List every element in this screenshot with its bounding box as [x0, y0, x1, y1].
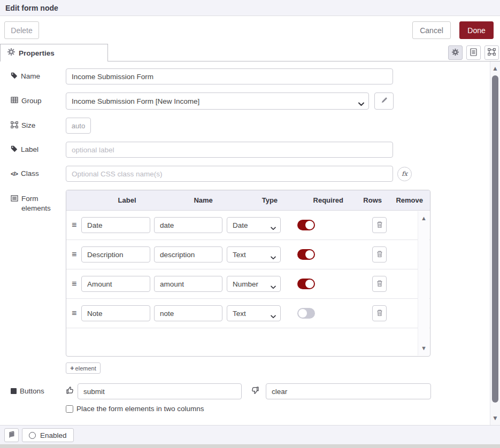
drag-handle-icon[interactable]: ≡	[72, 279, 81, 289]
required-toggle[interactable]	[297, 220, 315, 230]
remove-element-button[interactable]	[372, 217, 387, 233]
toggle-knob	[305, 221, 314, 229]
buttons-row: Buttons	[11, 383, 490, 399]
done-button[interactable]: Done	[459, 21, 494, 39]
clear-group	[251, 383, 431, 399]
drag-handle-icon[interactable]: ≡	[72, 220, 81, 230]
list-icon	[11, 194, 18, 203]
scroll-up-icon[interactable]: ▲	[421, 215, 427, 221]
elements-table: Label Name Type Required Rows Remove ≡ D…	[66, 190, 430, 357]
element-type-select[interactable]: Number	[227, 276, 281, 292]
trash-icon	[376, 280, 383, 289]
element-type-select-wrap: Text	[227, 305, 281, 321]
tab-properties-label: Properties	[19, 49, 55, 57]
element-type-select[interactable]: Text	[227, 246, 281, 262]
thumbs-up-icon	[66, 386, 74, 397]
toggle-knob	[298, 309, 307, 318]
element-label-input[interactable]	[81, 246, 150, 262]
group-select[interactable]: Income Submission Form [New Income]	[66, 92, 369, 110]
element-row: ≡ Text	[66, 240, 430, 269]
label-label: Label	[11, 145, 66, 155]
panel-scrollbar[interactable]: ▲ ▼	[490, 61, 500, 425]
remove-element-button[interactable]	[372, 305, 387, 321]
action-button-row: Delete Cancel Done	[0, 17, 500, 44]
group-row: Group Income Submission Form [New Income…	[11, 92, 490, 110]
remove-element-button[interactable]	[372, 246, 387, 262]
element-type-select-wrap: Number	[227, 276, 281, 292]
edit-form-node-dialog: Edit form node Delete Cancel Done Proper…	[0, 0, 500, 448]
submit-button-text-input[interactable]	[78, 383, 242, 399]
elements-table-header: Label Name Type Required Rows Remove	[66, 190, 430, 211]
drag-handle-icon[interactable]: ≡	[72, 308, 81, 318]
element-name-input[interactable]	[154, 246, 222, 262]
element-label-input[interactable]	[81, 217, 150, 233]
class-label: </> Class	[11, 169, 66, 179]
plus-icon: +	[70, 364, 74, 372]
clear-button-text-input[interactable]	[266, 383, 431, 399]
required-toggle[interactable]	[297, 279, 315, 289]
buttons-label: Buttons	[11, 387, 66, 396]
label-row: Label	[11, 142, 490, 158]
table-icon	[11, 97, 18, 105]
scroll-up-icon[interactable]: ▲	[490, 65, 500, 72]
appearance-view-button[interactable]	[484, 45, 499, 60]
thumbs-down-icon	[251, 386, 259, 397]
element-name-input[interactable]	[154, 305, 222, 321]
enabled-label: Enabled	[40, 431, 67, 439]
size-auto-button[interactable]: auto	[66, 118, 91, 134]
enabled-toggle-button[interactable]: Enabled	[22, 428, 74, 442]
trash-icon	[376, 309, 383, 318]
workspace-edge	[0, 444, 500, 448]
col-header-remove: Remove	[389, 196, 430, 204]
trash-icon	[376, 250, 383, 259]
docs-button[interactable]	[4, 428, 19, 442]
trash-icon	[376, 221, 383, 230]
two-columns-label: Place the form elements in two columns	[76, 405, 204, 413]
element-type-select[interactable]: Text	[227, 305, 281, 321]
code-icon: </>	[11, 171, 18, 177]
elements-table-scrollbar[interactable]: ▲ ▼	[418, 211, 429, 356]
properties-view-button[interactable]	[448, 45, 463, 60]
dialog-title: Edit form node	[5, 4, 58, 12]
required-toggle[interactable]	[297, 249, 315, 260]
dialog-footer: Enabled	[0, 425, 500, 444]
name-label: Name	[11, 72, 66, 81]
cancel-button[interactable]: Cancel	[412, 21, 451, 39]
properties-panel: Name Group Income Submission Form [New I…	[0, 61, 490, 425]
class-input[interactable]	[66, 166, 393, 182]
description-view-button[interactable]	[466, 45, 481, 60]
drag-handle-icon[interactable]: ≡	[72, 250, 81, 259]
delete-button[interactable]: Delete	[4, 21, 39, 39]
object-size-icon	[11, 121, 18, 130]
square-icon	[11, 388, 17, 394]
dialog-header: Edit form node	[0, 0, 500, 16]
fx-button[interactable]: fx	[397, 167, 412, 181]
edit-group-button[interactable]	[374, 92, 394, 110]
name-input[interactable]	[66, 68, 393, 84]
class-row: </> Class fx	[11, 166, 490, 182]
pencil-icon	[381, 97, 388, 105]
element-type-select[interactable]: Date	[227, 217, 281, 233]
element-row: ≡ Date	[66, 211, 430, 240]
group-label: Group	[11, 96, 66, 106]
required-toggle[interactable]	[297, 308, 315, 319]
scrollbar-thumb[interactable]	[492, 75, 498, 403]
name-row: Name	[11, 68, 490, 84]
col-header-rows: Rows	[356, 196, 389, 204]
element-name-input[interactable]	[154, 276, 222, 292]
scroll-down-icon[interactable]: ▼	[421, 345, 427, 351]
element-name-input[interactable]	[154, 217, 222, 233]
remove-element-button[interactable]	[372, 276, 387, 292]
add-element-button[interactable]: +element	[66, 362, 101, 374]
form-elements-label: Form elements	[11, 190, 66, 213]
label-input[interactable]	[66, 142, 393, 158]
element-label-input[interactable]	[81, 276, 150, 292]
tab-bar: Properties	[0, 44, 500, 61]
tab-properties[interactable]: Properties	[0, 44, 108, 61]
size-row: Size auto	[11, 118, 490, 134]
scroll-down-icon[interactable]: ▼	[490, 414, 500, 422]
two-columns-checkbox[interactable]	[66, 405, 73, 413]
element-label-input[interactable]	[81, 305, 150, 321]
form-elements-row: Form elements Label Name Type Required R…	[11, 190, 490, 357]
col-header-name: Name	[167, 196, 239, 204]
